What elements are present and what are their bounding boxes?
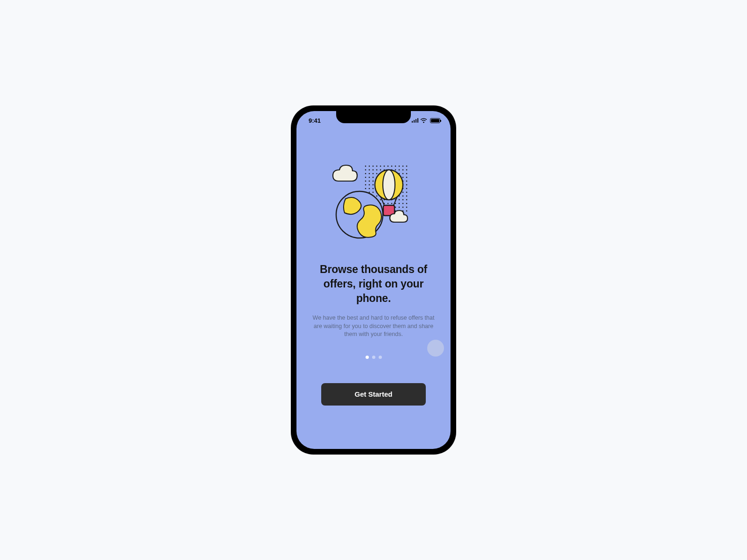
svg-point-4 xyxy=(380,166,381,167)
svg-point-13 xyxy=(369,169,370,171)
svg-point-46 xyxy=(402,177,404,178)
svg-point-49 xyxy=(369,181,370,182)
cellular-signal-icon xyxy=(412,118,419,123)
onboarding-headline: Browse thousands of offers, right on you… xyxy=(306,262,441,306)
svg-point-35 xyxy=(406,173,408,175)
svg-point-95 xyxy=(406,192,408,193)
svg-point-36 xyxy=(365,177,366,178)
svg-point-12 xyxy=(365,169,366,171)
svg-point-22 xyxy=(402,169,404,171)
svg-point-94 xyxy=(402,192,404,193)
svg-point-60 xyxy=(365,184,366,186)
svg-point-155 xyxy=(406,210,408,212)
svg-point-6 xyxy=(388,166,389,167)
page-dot-2[interactable] xyxy=(372,356,375,359)
svg-point-141 xyxy=(399,207,400,208)
svg-point-73 xyxy=(369,188,370,189)
svg-point-112 xyxy=(380,199,381,201)
svg-point-21 xyxy=(399,169,400,171)
page-indicator[interactable] xyxy=(366,356,382,359)
svg-point-48 xyxy=(365,181,366,182)
status-time: 9:41 xyxy=(309,117,321,124)
svg-point-158 xyxy=(383,170,395,200)
svg-point-8 xyxy=(395,166,396,167)
touch-indicator-icon xyxy=(427,340,444,357)
svg-point-71 xyxy=(406,184,408,186)
wifi-icon xyxy=(420,118,427,123)
battery-icon xyxy=(430,118,440,123)
svg-point-34 xyxy=(402,173,404,175)
svg-point-130 xyxy=(402,203,404,204)
svg-point-142 xyxy=(402,207,404,208)
svg-point-118 xyxy=(402,199,404,201)
page-dot-3[interactable] xyxy=(379,356,382,359)
onboarding-content[interactable]: Browse thousands of offers, right on you… xyxy=(296,130,451,449)
svg-point-26 xyxy=(373,173,374,175)
svg-point-86 xyxy=(373,192,374,193)
phone-screen: 9:41 xyxy=(296,111,451,449)
svg-point-24 xyxy=(365,173,366,175)
onboarding-subtext: We have the best and hard to refuse offe… xyxy=(306,314,441,339)
svg-point-83 xyxy=(406,188,408,189)
page-dot-1[interactable] xyxy=(366,356,369,359)
svg-point-119 xyxy=(406,199,408,201)
svg-point-37 xyxy=(369,177,370,178)
svg-point-0 xyxy=(365,166,366,167)
svg-point-129 xyxy=(399,203,400,204)
svg-point-117 xyxy=(399,199,400,201)
svg-point-61 xyxy=(369,184,370,186)
svg-point-143 xyxy=(406,207,408,208)
svg-point-16 xyxy=(380,169,381,171)
svg-point-10 xyxy=(402,166,404,167)
svg-point-72 xyxy=(365,188,366,189)
svg-point-74 xyxy=(373,188,374,189)
svg-point-47 xyxy=(406,177,408,178)
svg-point-27 xyxy=(376,173,378,175)
svg-point-50 xyxy=(373,181,374,182)
svg-point-23 xyxy=(406,169,408,171)
svg-point-14 xyxy=(373,169,374,171)
svg-point-20 xyxy=(395,169,396,171)
phone-device-frame: 9:41 xyxy=(291,105,456,455)
svg-point-11 xyxy=(406,166,408,167)
svg-point-106 xyxy=(402,196,404,197)
svg-point-126 xyxy=(388,203,389,204)
device-notch xyxy=(336,111,411,123)
svg-point-25 xyxy=(369,173,370,175)
status-indicators xyxy=(412,118,441,123)
svg-point-131 xyxy=(406,203,408,204)
svg-point-5 xyxy=(384,166,385,167)
svg-point-9 xyxy=(399,166,400,167)
svg-point-99 xyxy=(376,196,378,197)
svg-point-1 xyxy=(369,166,370,167)
svg-point-2 xyxy=(373,166,374,167)
svg-point-127 xyxy=(391,203,393,204)
svg-point-38 xyxy=(373,177,374,178)
svg-point-3 xyxy=(376,166,378,167)
globe-balloon-clouds-illustration xyxy=(329,162,418,242)
svg-point-62 xyxy=(373,184,374,186)
get-started-button[interactable]: Get Started xyxy=(321,383,426,406)
svg-point-7 xyxy=(391,166,393,167)
svg-point-15 xyxy=(376,169,378,171)
svg-point-59 xyxy=(406,181,408,182)
svg-point-107 xyxy=(406,196,408,197)
